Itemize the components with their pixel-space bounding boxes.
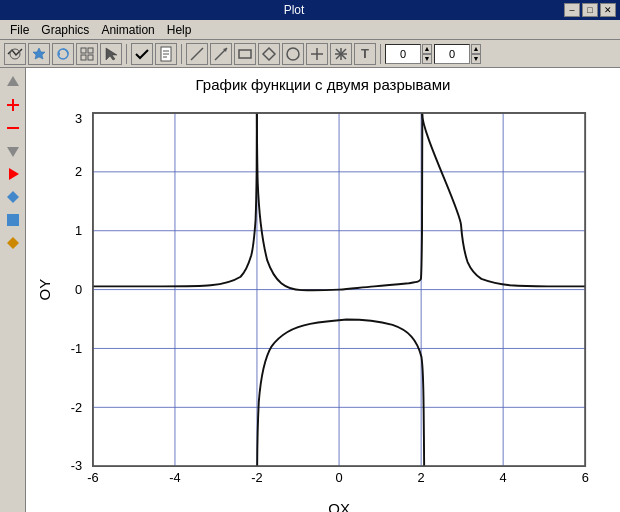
svg-marker-23	[7, 76, 19, 86]
sidebar	[0, 68, 26, 512]
close-button[interactable]: ✕	[600, 3, 616, 17]
sidebar-diamond-yellow[interactable]	[3, 233, 23, 253]
svg-marker-27	[7, 147, 19, 157]
toolbar-separator-1	[126, 44, 127, 64]
minimize-button[interactable]: –	[564, 3, 580, 17]
toolbar-input-1[interactable]: 0	[385, 44, 421, 64]
toolbar-spin-down-2[interactable]: ▼	[471, 54, 481, 64]
toolbar-spin-up-2[interactable]: ▲	[471, 44, 481, 54]
toolbar-btn-plus[interactable]	[306, 43, 328, 65]
svg-marker-29	[7, 191, 19, 203]
chart-svg: OY OX	[34, 97, 612, 512]
toolbar-separator-3	[380, 44, 381, 64]
toolbar-btn-arrow[interactable]	[210, 43, 232, 65]
toolbar-btn-checkmark[interactable]	[4, 43, 26, 65]
main-content: График функции с двумя разрывами OY OX	[0, 68, 620, 512]
toolbar-btn-check2[interactable]	[131, 43, 153, 65]
toolbar-btn-circle[interactable]	[282, 43, 304, 65]
svg-rect-5	[81, 55, 86, 60]
window-controls: – □ ✕	[564, 3, 616, 17]
menu-file[interactable]: File	[4, 22, 35, 38]
toolbar-spin-up-1[interactable]: ▲	[422, 44, 432, 54]
toolbar-btn-star[interactable]	[28, 43, 50, 65]
svg-rect-6	[88, 55, 93, 60]
sidebar-right-arrow-red[interactable]	[3, 164, 23, 184]
menu-graphics[interactable]: Graphics	[35, 22, 95, 38]
x-tick-0: 0	[335, 470, 342, 485]
svg-point-16	[287, 48, 299, 60]
sidebar-minus-red[interactable]	[3, 118, 23, 138]
y-tick-3: 3	[75, 111, 82, 126]
toolbar-btn-asterisk[interactable]	[330, 43, 352, 65]
toolbar-spin-down-1[interactable]: ▼	[422, 54, 432, 64]
sidebar-diamond-blue[interactable]	[3, 187, 23, 207]
toolbar: T 0 ▲ ▼ 0 ▲ ▼	[0, 40, 620, 68]
toolbar-separator-2	[181, 44, 182, 64]
sidebar-plus-red[interactable]	[3, 95, 23, 115]
svg-rect-30	[7, 214, 19, 226]
x-tick-neg4: -4	[169, 470, 180, 485]
toolbar-btn-rotate[interactable]	[52, 43, 74, 65]
menubar: File Graphics Animation Help	[0, 20, 620, 40]
toolbar-btn-grid[interactable]	[76, 43, 98, 65]
y-tick-neg2: -2	[71, 400, 82, 415]
sidebar-up-arrow[interactable]	[3, 72, 23, 92]
menu-animation[interactable]: Animation	[95, 22, 160, 38]
maximize-button[interactable]: □	[582, 3, 598, 17]
x-tick-2: 2	[418, 470, 425, 485]
plot-area: График функции с двумя разрывами OY OX	[26, 68, 620, 512]
x-tick-4: 4	[500, 470, 507, 485]
window-title: Plot	[24, 3, 564, 17]
toolbar-btn-line[interactable]	[186, 43, 208, 65]
y-tick-2: 2	[75, 164, 82, 179]
svg-line-11	[191, 48, 203, 60]
toolbar-btn-diamond[interactable]	[258, 43, 280, 65]
toolbar-btn-text[interactable]: T	[354, 43, 376, 65]
svg-marker-15	[263, 48, 275, 60]
toolbar-btn-cursor[interactable]	[100, 43, 122, 65]
menu-help[interactable]: Help	[161, 22, 198, 38]
y-tick-neg1: -1	[71, 341, 82, 356]
x-tick-6: 6	[582, 470, 589, 485]
y-tick-neg3: -3	[71, 458, 82, 473]
x-axis-label: OX	[328, 500, 350, 512]
titlebar: Plot – □ ✕	[0, 0, 620, 20]
y-axis-label: OY	[36, 279, 53, 301]
y-tick-1: 1	[75, 223, 82, 238]
y-tick-0: 0	[75, 282, 82, 297]
x-tick-neg2: -2	[251, 470, 262, 485]
toolbar-input-2[interactable]: 0	[434, 44, 470, 64]
sidebar-down-arrow[interactable]	[3, 141, 23, 161]
svg-marker-1	[33, 48, 45, 59]
svg-rect-14	[239, 50, 251, 58]
svg-marker-28	[9, 168, 19, 180]
toolbar-btn-doc[interactable]	[155, 43, 177, 65]
x-tick-neg6: -6	[87, 470, 98, 485]
svg-rect-3	[81, 48, 86, 53]
svg-rect-4	[88, 48, 93, 53]
svg-marker-31	[7, 237, 19, 249]
sidebar-square-blue[interactable]	[3, 210, 23, 230]
toolbar-btn-rect[interactable]	[234, 43, 256, 65]
plot-title: График функции с двумя разрывами	[34, 76, 612, 93]
